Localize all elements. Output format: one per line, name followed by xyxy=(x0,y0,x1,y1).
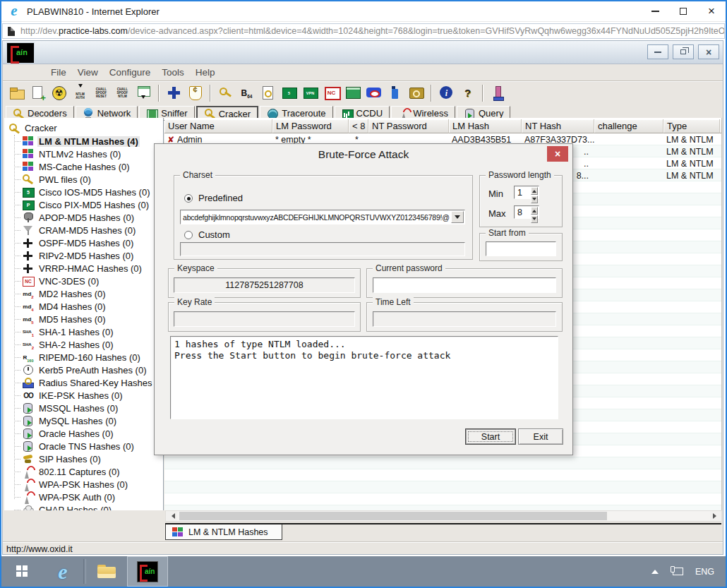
apr-icon[interactable] xyxy=(186,84,204,102)
menu-help[interactable]: Help xyxy=(196,67,215,78)
sidebar-item-vrrp-hmac-hashes-0[interactable]: VRRP-HMAC Hashes (0) xyxy=(4,262,163,275)
scrollbar-thumb[interactable] xyxy=(179,512,607,520)
sidebar-item-wpa-psk-auth-0[interactable]: WPA-PSK Auth (0) xyxy=(4,491,163,503)
restore-icon[interactable] xyxy=(217,84,234,102)
cain-titlebar[interactable]: × xyxy=(3,41,723,64)
sidebar-item-cisco-ios-md5-hashes-0[interactable]: 5Cisco IOS-MD5 Hashes (0) xyxy=(4,186,163,198)
vnc-password-decoder-icon[interactable]: NC xyxy=(323,84,340,102)
taskbar-ie-button[interactable]: e xyxy=(42,556,83,587)
sidebar-item-mssql-hashes-0[interactable]: MSSQL Hashes (0) xyxy=(4,402,163,414)
sidebar-item-pwl-files-0[interactable]: PWL files (0) xyxy=(4,173,163,186)
column-header-type[interactable]: Type xyxy=(663,119,720,133)
cain-minimize-button[interactable] xyxy=(647,44,668,59)
sidebar-item-sha-1-hashes-0[interactable]: SHA1SHA-1 Hashes (0) xyxy=(4,325,163,338)
add-to-list-icon[interactable] xyxy=(165,84,183,102)
close-button[interactable]: × xyxy=(697,3,726,20)
sidebar-item-radius-shared-key-hashes-0[interactable]: Radius Shared-Key Hashes (0) xyxy=(4,376,163,389)
sidebar-item-ripv2-md5-hashes-0[interactable]: RIPv2-MD5 Hashes (0) xyxy=(4,249,163,262)
sidebar-item-sip-hashes-0[interactable]: SIP Hashes (0) xyxy=(4,452,163,465)
custom-radio[interactable] xyxy=(184,231,193,239)
sidebar-item-oracle-tns-hashes-0[interactable]: Oracle TNS Hashes (0) xyxy=(4,440,163,452)
network-icon[interactable] xyxy=(671,566,683,577)
start-button-taskbar[interactable] xyxy=(1,556,42,587)
sidebar-item-ntlmv2-hashes-0[interactable]: NTLMv2 Hashes (0) xyxy=(4,148,163,160)
address-bar[interactable]: http://dev.practice-labs.com/device-adva… xyxy=(2,23,725,39)
help-icon[interactable]: ? xyxy=(459,84,476,102)
maximize-button[interactable] xyxy=(669,3,697,20)
ntlm-auth-icon[interactable]: NTLM AUTH xyxy=(71,84,89,102)
spin-up-button[interactable] xyxy=(531,187,538,195)
language-indicator[interactable]: ENG xyxy=(695,567,714,577)
menu-configure[interactable]: Configure xyxy=(109,67,151,78)
sidebar-item-wpa-psk-hashes-0[interactable]: WPA-PSK Hashes (0) xyxy=(4,478,163,491)
sidebar-item-md2-hashes-0[interactable]: md2MD2 Hashes (0) xyxy=(4,287,163,300)
nuke-icon[interactable] xyxy=(50,84,68,102)
base64-decoder-icon[interactable]: B64 xyxy=(238,84,256,102)
start-from-input[interactable] xyxy=(486,241,556,256)
tree-root-cracker[interactable]: Cracker xyxy=(8,121,57,134)
min-spinner[interactable]: 1 xyxy=(514,186,539,199)
column-header-lm-password[interactable]: LM Password xyxy=(272,119,349,133)
access-database-decoder-icon[interactable] xyxy=(259,84,277,102)
horizontal-scrollbar[interactable] xyxy=(165,510,722,522)
menu-view[interactable]: View xyxy=(78,67,98,78)
column-header-8[interactable]: < 8 xyxy=(349,119,368,133)
start-button[interactable]: Start xyxy=(465,428,516,445)
menu-tools[interactable]: Tools xyxy=(162,67,184,78)
sidebar-item-ospf-md5-hashes-0[interactable]: OSPF-MD5 Hashes (0) xyxy=(4,236,163,249)
cisco-vpn-decoder-icon[interactable]: VPN xyxy=(301,84,319,102)
sidebar-item-ike-psk-hashes-0[interactable]: OOIKE-PSK Hashes (0) xyxy=(4,389,163,402)
save-icon[interactable] xyxy=(29,84,47,102)
column-header-nt-hash[interactable]: NT Hash xyxy=(522,119,594,133)
syskey-decoder-icon[interactable] xyxy=(386,84,404,102)
column-header-user-name[interactable]: User Name xyxy=(164,119,272,133)
cain-close-button[interactable]: × xyxy=(698,44,719,59)
hash-calculator-icon[interactable] xyxy=(344,84,361,102)
about-icon[interactable]: i xyxy=(438,84,455,102)
column-header-challenge[interactable]: challenge xyxy=(594,119,663,133)
minimize-button[interactable] xyxy=(641,3,669,20)
sidebar-item-apop-md5-hashes-0[interactable]: APOP-MD5 Hashes (0) xyxy=(4,211,163,224)
taskbar-cain-button[interactable] xyxy=(127,556,168,587)
column-header-lm-hash[interactable]: LM Hash xyxy=(449,119,522,133)
sidebar-item-oracle-hashes-0[interactable]: Oracle Hashes (0) xyxy=(4,427,163,440)
menu-file[interactable]: File xyxy=(51,67,66,78)
wireless-key-decoder-icon[interactable] xyxy=(407,84,425,102)
sidebar-item-mysql-hashes-0[interactable]: MySQL Hashes (0) xyxy=(4,414,163,427)
sidebar-item-sha-2-hashes-0[interactable]: SHA2SHA-2 Hashes (0) xyxy=(4,338,163,351)
dropdown-button[interactable] xyxy=(451,211,464,223)
sidebar-item-ms-cache-hashes-0[interactable]: MS-Cache Hashes (0) xyxy=(4,160,163,173)
exit-icon[interactable] xyxy=(489,84,507,102)
rsa-token-calculator-icon[interactable] xyxy=(365,84,383,102)
max-spinner[interactable]: 8 xyxy=(514,205,539,219)
base64-spoof-icon[interactable] xyxy=(135,84,152,102)
spin-down-button[interactable] xyxy=(531,215,538,223)
dialog-close-button[interactable]: × xyxy=(547,146,568,162)
charset-combobox[interactable]: abcdefghijklmnopqrstuvwxyzABCDEFGHIJKLMN… xyxy=(180,210,465,224)
column-header-nt-password[interactable]: NT Password xyxy=(368,119,449,133)
bottom-tab-lm-ntlm-hashes[interactable]: LM & NTLM Hashes xyxy=(165,524,282,540)
cain-restore-button[interactable] xyxy=(673,44,694,59)
show-hidden-icons-button[interactable] xyxy=(651,566,659,574)
sidebar-item-chap-hashes-0[interactable]: CHAP Hashes (0) xyxy=(4,503,163,510)
chall-spoof-reset-icon[interactable]: CHALL SPOOF RESET xyxy=(92,84,110,102)
sidebar-item-ripemd-160-hashes-0[interactable]: R160RIPEMD-160 Hashes (0) xyxy=(4,351,163,364)
sidebar-item-lm-ntlm-hashes-4[interactable]: LM & NTLM Hashes (4) xyxy=(4,135,163,148)
sidebar-item-md4-hashes-0[interactable]: md4MD4 Hashes (0) xyxy=(4,300,163,313)
sidebar-item-kerb5-preauth-hashes-0[interactable]: Kerb5 PreAuth Hashes (0) xyxy=(4,364,163,376)
taskbar-explorer-button[interactable] xyxy=(86,556,127,587)
sidebar-item-vnc-3des-0[interactable]: NCVNC-3DES (0) xyxy=(4,275,163,287)
sidebar-item-md5-hashes-0[interactable]: md5MD5 Hashes (0) xyxy=(4,313,163,325)
exit-button[interactable]: Exit xyxy=(518,428,563,445)
spin-down-button[interactable] xyxy=(531,196,538,203)
chall-spoof-ntlm-icon[interactable]: CHALL SPOOF NTLM xyxy=(114,84,131,102)
sidebar-item-cram-md5-hashes-0[interactable]: CRAM-MD5 Hashes (0) xyxy=(4,224,163,236)
predefined-radio[interactable] xyxy=(184,194,193,203)
scroll-left-button[interactable] xyxy=(166,511,177,521)
sidebar-item-802-11-captures-0[interactable]: 802.11 Captures (0) xyxy=(4,465,163,478)
scroll-right-button[interactable] xyxy=(710,511,721,521)
spin-up-button[interactable] xyxy=(531,207,538,215)
sidebar-item-cisco-pix-md5-hashes-0[interactable]: PCisco PIX-MD5 Hashes (0) xyxy=(4,198,163,211)
custom-charset-input[interactable] xyxy=(180,242,465,256)
open-file-icon[interactable] xyxy=(8,84,25,102)
